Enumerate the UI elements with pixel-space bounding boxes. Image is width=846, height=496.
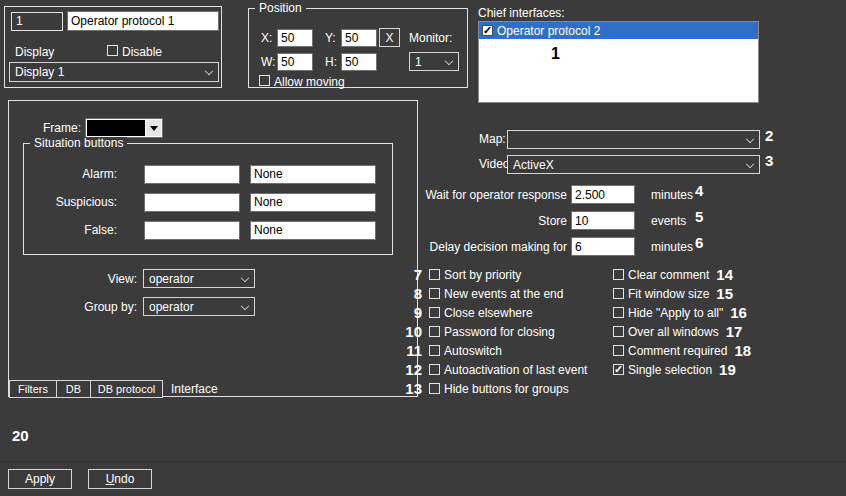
suspicious-label: Suspicious: [32, 195, 117, 209]
operator-protocol-settings-panel: 1 Display Disable Display 1 Position X: … [0, 0, 846, 496]
allow-moving-checkbox[interactable] [259, 75, 270, 86]
chevron-down-icon [205, 67, 213, 75]
identity-group: 1 Display Disable Display 1 [4, 6, 222, 88]
option-password-for-closing: 10 Password for closing [396, 322, 587, 341]
option-close-elsewhere: 9 Close elsewhere [396, 303, 587, 322]
tab-filters[interactable]: Filters [9, 380, 57, 398]
annotation-15: 15 [716, 286, 733, 302]
option-fit-window-size: Fit window size 15 [613, 284, 751, 303]
situation-rows: Alarm: Suspicious: False: [24, 160, 392, 244]
group-by-dropdown-value: operator [149, 300, 194, 314]
apply-button-label: Apply [25, 472, 55, 486]
password-for-closing-checkbox[interactable] [429, 326, 440, 337]
false-input[interactable] [144, 221, 240, 240]
option-single-selection: Single selection 19 [613, 360, 751, 379]
suspicious-input[interactable] [144, 193, 240, 212]
alarm-input[interactable] [144, 165, 240, 184]
tab-db[interactable]: DB [56, 380, 91, 398]
delay-input[interactable] [571, 237, 635, 256]
store-label: Store [400, 215, 567, 228]
false-sound-input[interactable] [250, 221, 376, 240]
hide-apply-to-all-checkbox[interactable] [613, 307, 624, 318]
annotation-16: 16 [730, 305, 747, 321]
close-elsewhere-checkbox[interactable] [429, 307, 440, 318]
disable-checkbox[interactable] [107, 45, 118, 56]
h-input[interactable] [341, 53, 377, 71]
situation-buttons-title: Situation buttons [30, 137, 127, 150]
chevron-down-icon [241, 273, 249, 281]
autoactivation-last-event-checkbox[interactable] [429, 364, 440, 375]
alarm-sound-input[interactable] [250, 165, 376, 184]
option-label: Hide "Apply to all" [628, 306, 723, 320]
annotation-2: 2 [765, 128, 773, 144]
wait-response-unit: minutes [651, 189, 693, 202]
store-input[interactable] [571, 211, 635, 230]
clear-position-button[interactable]: X [379, 28, 400, 47]
option-label: Over all windows [628, 325, 719, 339]
annotation-19: 19 [719, 362, 736, 378]
option-label: Fit window size [628, 287, 709, 301]
monitor-dropdown[interactable]: 1 [409, 52, 459, 71]
monitor-label: Monitor: [409, 32, 452, 45]
annotation-1: 1 [551, 46, 560, 62]
y-input[interactable] [341, 29, 377, 47]
position-group-title: Position [255, 2, 306, 15]
view-label: View: [29, 273, 137, 286]
w-label: W: [261, 56, 275, 69]
annotation-4: 4 [695, 183, 703, 199]
frame-label: Frame: [9, 122, 81, 135]
situation-row-alarm: Alarm: [24, 160, 392, 188]
h-label: H: [325, 56, 337, 69]
option-new-events-at-end: 8 New events at the end [396, 284, 587, 303]
id-field[interactable]: 1 [11, 12, 63, 31]
chevron-down-icon [445, 56, 453, 64]
list-item-label: Operator protocol 2 [497, 24, 600, 38]
annotation-5: 5 [695, 209, 703, 225]
annotation-17: 17 [726, 324, 743, 340]
delay-unit: minutes [651, 241, 693, 254]
hide-buttons-for-groups-checkbox[interactable] [429, 383, 440, 394]
undo-button[interactable]: Undo [88, 469, 152, 489]
option-sort-by-priority: 7 Sort by priority [396, 265, 587, 284]
frame-color-dropdown[interactable] [85, 118, 163, 138]
comment-required-checkbox[interactable] [613, 345, 624, 356]
video-dropdown[interactable]: ActiveX [507, 155, 760, 174]
annotation-18: 18 [734, 343, 751, 359]
view-dropdown-value: operator [149, 272, 194, 286]
display-label: Display [15, 46, 54, 59]
list-item[interactable]: Operator protocol 2 [479, 22, 758, 39]
group-by-dropdown[interactable]: operator [143, 297, 255, 316]
chief-interfaces-listbox[interactable]: Operator protocol 2 1 [478, 21, 759, 103]
map-label: Map: [479, 133, 506, 146]
x-label: X: [261, 32, 272, 45]
option-label: Single selection [628, 363, 712, 377]
delay-label: Delay decision making for [400, 241, 567, 254]
tab-interface-active[interactable]: Interface [171, 383, 218, 396]
position-group: Position X: Y: X Monitor: W: H: 1 Allow … [248, 8, 468, 88]
single-selection-checkbox[interactable] [613, 364, 624, 375]
autoswitch-checkbox[interactable] [429, 345, 440, 356]
map-dropdown[interactable] [507, 130, 760, 149]
suspicious-sound-input[interactable] [250, 193, 376, 212]
w-input[interactable] [277, 53, 313, 71]
tab-db-protocol[interactable]: DB protocol [90, 380, 163, 398]
alarm-label: Alarm: [32, 167, 117, 181]
x-input[interactable] [277, 29, 313, 47]
apply-button[interactable]: Apply [8, 469, 72, 489]
display-dropdown[interactable]: Display 1 [9, 62, 219, 82]
wait-response-input[interactable] [571, 185, 635, 204]
annotation-7: 7 [396, 267, 422, 283]
sort-by-priority-checkbox[interactable] [429, 269, 440, 280]
list-item-checkbox[interactable] [482, 25, 493, 36]
name-input[interactable] [67, 11, 219, 31]
annotation-20: 20 [12, 428, 29, 444]
new-events-at-end-checkbox[interactable] [429, 288, 440, 299]
annotation-3: 3 [765, 153, 773, 169]
view-dropdown[interactable]: operator [143, 269, 255, 288]
chevron-down-icon [746, 134, 754, 142]
annotation-12: 12 [396, 362, 422, 378]
option-hide-buttons-for-groups: 13 Hide buttons for groups [396, 379, 587, 398]
clear-comment-checkbox[interactable] [613, 269, 624, 280]
fit-window-size-checkbox[interactable] [613, 288, 624, 299]
over-all-windows-checkbox[interactable] [613, 326, 624, 337]
